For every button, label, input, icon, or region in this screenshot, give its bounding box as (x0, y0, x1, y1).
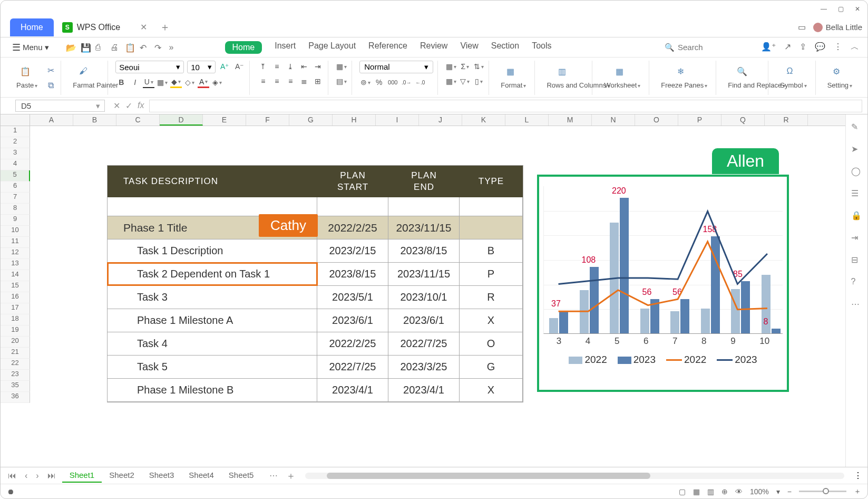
table-row[interactable]: Task 52022/7/252023/3/25G (108, 356, 523, 379)
row-header-4[interactable]: 4 (1, 159, 30, 170)
clipboard-icon[interactable]: 📋 (125, 43, 134, 52)
font-name-select[interactable]: Seoui▾ (115, 61, 184, 73)
next-sheet-button[interactable]: › (34, 471, 41, 481)
decrease-decimal-button[interactable]: ←.0 (414, 76, 426, 88)
row-header-17[interactable]: 17 (1, 303, 30, 314)
minus-square-icon[interactable]: ⊟ (851, 255, 863, 266)
ribbon-tab-insert[interactable]: Insert (275, 41, 296, 54)
borders-button[interactable]: ▦ (157, 76, 168, 88)
col-header-Q[interactable]: Q (721, 114, 765, 126)
col-header-N[interactable]: N (592, 114, 635, 126)
sheet-tab[interactable]: Sheet4 (181, 468, 221, 483)
sliders-icon[interactable]: ☰ (851, 188, 863, 200)
zoom-in-button[interactable]: ＋ (854, 487, 861, 496)
font-size-select[interactable]: 10▾ (187, 61, 216, 73)
col-header-R[interactable]: R (765, 114, 808, 126)
table-row[interactable]: Task 42022/2/252022/7/25O (108, 332, 523, 356)
align-right-icon[interactable]: ≡ (285, 75, 296, 87)
col-header-L[interactable]: L (505, 114, 549, 126)
highlight-button[interactable]: ◈ (211, 76, 223, 88)
table-row[interactable]: Task 1 DescriptionCathy2023/2/152023/8/1… (108, 239, 523, 263)
increase-indent-icon[interactable]: ⇥ (312, 61, 324, 72)
align-left-icon[interactable]: ≡ (257, 75, 269, 87)
formula-input[interactable] (149, 100, 862, 112)
view-normal-icon[interactable]: ▢ (679, 487, 686, 496)
row-header-14[interactable]: 14 (1, 270, 30, 281)
copy-icon[interactable]: ⧉ (45, 80, 56, 91)
row-header-3[interactable]: 3 (1, 148, 30, 159)
symbol-button[interactable]: ΩSymbol (776, 66, 811, 89)
more-menu-icon[interactable]: ⋮ (834, 42, 842, 53)
view-grid-icon[interactable]: ▦ (693, 487, 700, 496)
home-tab[interactable]: Home (10, 18, 54, 36)
prev-sheet-button[interactable]: ‹ (23, 471, 30, 481)
col-header-B[interactable]: B (73, 114, 116, 126)
horizontal-scrollbar[interactable] (305, 473, 844, 479)
col-header-C[interactable]: C (116, 114, 160, 126)
italic-button[interactable]: I (129, 76, 141, 88)
row-header-5[interactable]: 5 (1, 170, 30, 181)
row-header-19[interactable]: 19 (1, 325, 30, 337)
col-header-P[interactable]: P (678, 114, 721, 126)
share-icon[interactable]: ↗ (784, 42, 791, 53)
select-all-corner[interactable] (1, 114, 30, 126)
row-header-8[interactable]: 8 (1, 204, 30, 215)
comma-button[interactable]: 000 (387, 76, 398, 88)
save-icon[interactable]: 💾 (81, 43, 90, 52)
justify-icon[interactable]: ≣ (298, 75, 310, 87)
row-header-15[interactable]: 15 (1, 281, 30, 292)
row-header-35[interactable]: 35 (1, 381, 30, 392)
worksheet-button[interactable]: ▦Worksheet (600, 66, 645, 89)
format-button[interactable]: ▦Format (496, 66, 530, 89)
collapse-ribbon-icon[interactable]: ︿ (851, 42, 859, 53)
row-header-10[interactable]: 10 (1, 226, 30, 237)
fill-down-icon[interactable]: ▯ (473, 75, 484, 87)
window-mode-icon[interactable]: ▭ (798, 22, 806, 32)
table-row[interactable]: Task 32023/5/12023/10/1R (108, 286, 523, 309)
minimize-button[interactable]: — (820, 5, 827, 13)
increase-font-icon[interactable]: A⁺ (219, 61, 230, 72)
search-input[interactable] (678, 43, 741, 52)
percent-button[interactable]: % (373, 76, 385, 88)
rows-cols-button[interactable]: ▥Rows and Columns (542, 66, 588, 89)
clear-format-button[interactable]: ◇ (184, 76, 196, 88)
add-sheet-button[interactable]: ＋ (286, 469, 296, 482)
fx-icon[interactable]: fx (138, 101, 144, 111)
row-header-7[interactable]: 7 (1, 193, 30, 204)
decrease-indent-icon[interactable]: ⇤ (298, 61, 310, 72)
row-header-16[interactable]: 16 (1, 292, 30, 303)
currency-button[interactable]: ⊚ (359, 76, 371, 88)
sort-icon[interactable]: ⇅ (473, 61, 484, 72)
ribbon-tab-page-layout[interactable]: Page Layout (308, 41, 356, 54)
freeze-panes-button[interactable]: ❄Freeze Panes (657, 66, 711, 89)
col-header-H[interactable]: H (333, 114, 376, 126)
col-header-O[interactable]: O (635, 114, 678, 126)
menu-button[interactable]: ☰ Menu ▾ (9, 41, 52, 54)
shape-icon[interactable]: ◯ (851, 166, 863, 178)
ribbon-tab-tools[interactable]: Tools (532, 41, 551, 54)
cut-icon[interactable]: ✂ (45, 65, 56, 76)
col-header-J[interactable]: J (419, 114, 462, 126)
sheet-tab[interactable]: Sheet5 (221, 468, 261, 483)
view-page-icon[interactable]: ▥ (707, 487, 714, 496)
cursor-icon[interactable]: ➤ (851, 144, 863, 156)
format-painter-button[interactable]: 🖌 Farmat Painter (69, 66, 103, 89)
scroll-options-icon[interactable]: ⋮ (854, 471, 862, 481)
print-preview-icon[interactable]: ⎙ (95, 43, 105, 52)
row-header-1[interactable]: 1 (1, 126, 30, 137)
table-row[interactable]: Task 2 Dependent on Task 12023/8/152023/… (108, 263, 523, 286)
ribbon-tab-home[interactable]: Home (225, 41, 262, 54)
row-header-36[interactable]: 36 (1, 392, 30, 403)
sheet-tab[interactable]: Sheet3 (142, 468, 182, 483)
distribute-icon[interactable]: ⊞ (312, 75, 324, 87)
close-tab-icon[interactable]: ✕ (140, 22, 147, 32)
view-eye-icon[interactable]: 👁 (735, 487, 743, 496)
ribbon-tab-review[interactable]: Review (420, 41, 447, 54)
col-header-I[interactable]: I (376, 114, 419, 126)
setting-button[interactable]: ⚙Setting (823, 66, 856, 89)
col-header-A[interactable]: A (30, 114, 73, 126)
filter-icon[interactable]: ▽ (459, 75, 471, 87)
redo-icon[interactable]: ↷ (154, 43, 164, 52)
conditional-format-icon[interactable]: ▦ (445, 61, 457, 72)
row-header-11[interactable]: 11 (1, 237, 30, 248)
